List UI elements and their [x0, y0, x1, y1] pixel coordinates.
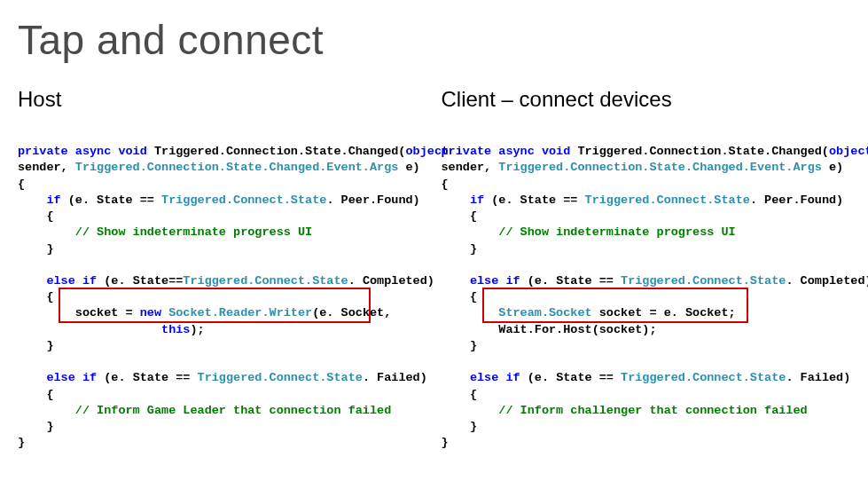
code-text: Triggered.Connection.State.Changed.Event… — [498, 161, 822, 174]
code-text: Socket.Reader.Writer — [168, 306, 312, 319]
code-text: (e. State == — [484, 193, 584, 207]
code-text: Triggered.Connect.State — [585, 193, 750, 207]
code-text: (e. State == — [520, 274, 621, 288]
host-heading: Host — [18, 87, 427, 112]
code-text: . Completed) — [348, 274, 434, 288]
code-text: (e. Socket, — [312, 306, 391, 319]
code-text: Triggered.Connection.State.Changed( — [570, 145, 829, 158]
code-text: (e. State == — [520, 371, 621, 384]
code-text: this — [161, 323, 190, 336]
code-text: new — [140, 306, 168, 319]
code-text: object — [829, 145, 868, 158]
code-text: Triggered.Connection.State.Changed( — [147, 145, 406, 158]
code-text: private async void — [18, 145, 147, 158]
code-text: Triggered.Connect.State — [621, 371, 786, 384]
code-comment: // Show indeterminate progress UI — [442, 225, 736, 239]
code-text: { — [442, 177, 449, 191]
client-heading: Client – connect devices — [442, 87, 851, 112]
code-text: { — [442, 388, 478, 401]
code-text: ); — [190, 323, 204, 336]
code-text: } — [442, 420, 478, 433]
code-text: { — [18, 388, 54, 401]
code-text: } — [18, 436, 25, 449]
code-text: Triggered.Connection.State.Changed.Event… — [75, 161, 399, 174]
code-text: . Failed) — [363, 371, 427, 384]
code-text: if — [442, 193, 485, 207]
code-text: { — [18, 290, 54, 304]
code-text: (e. State == — [97, 371, 197, 384]
code-text: Wait.For.Host(socket); — [442, 323, 657, 336]
code-text: if — [18, 193, 61, 207]
code-text: e) — [398, 161, 419, 174]
code-text: else if — [442, 274, 520, 288]
code-text: Triggered.Connect.State — [183, 274, 348, 288]
code-text: e) — [822, 161, 843, 174]
code-text: } — [442, 242, 478, 256]
code-text: . Peer.Found) — [326, 193, 419, 207]
code-text: sender, — [18, 161, 75, 174]
client-code-block: private async void Triggered.Connection.… — [442, 128, 851, 484]
code-text: Triggered.Connect.State — [198, 371, 363, 384]
code-text: Stream.Socket — [498, 306, 591, 319]
code-text: sender, — [442, 161, 499, 174]
code-text: { — [18, 177, 25, 191]
slide-title: Tap and connect — [18, 16, 850, 64]
code-text: Triggered.Connect.State — [621, 274, 786, 288]
code-text: (e. State== — [97, 274, 183, 288]
code-text: } — [18, 242, 54, 256]
code-text: else if — [442, 371, 520, 384]
code-text: . Peer.Found) — [750, 193, 843, 207]
code-text: else if — [18, 274, 97, 288]
code-text: Triggered.Connect.State — [161, 193, 326, 207]
code-text: socket = — [18, 306, 140, 319]
code-comment: // Inform Game Leader that connection fa… — [18, 404, 391, 417]
code-text — [18, 323, 161, 336]
code-text: . Completed) — [786, 274, 868, 288]
host-code-block: private async void Triggered.Connection.… — [18, 128, 427, 484]
code-text: socket = e. Socket; — [592, 306, 736, 319]
code-text: (e. State == — [61, 193, 161, 207]
content-columns: Host private async void Triggered.Connec… — [18, 87, 850, 484]
code-text: private async void — [442, 145, 571, 158]
code-comment: // Inform challenger that connection fai… — [442, 404, 808, 417]
client-column: Client – connect devices private async v… — [442, 87, 851, 484]
code-text: } — [442, 339, 478, 352]
code-comment: // Show indeterminate progress UI — [18, 225, 312, 239]
code-text: } — [18, 420, 54, 433]
code-text — [442, 306, 499, 319]
code-text: . Failed) — [786, 371, 850, 384]
code-text: } — [442, 436, 449, 449]
host-column: Host private async void Triggered.Connec… — [18, 87, 427, 484]
code-text: else if — [18, 371, 97, 384]
code-text: } — [18, 339, 54, 352]
code-text: { — [18, 209, 54, 223]
code-text: { — [442, 209, 478, 223]
code-text: { — [442, 290, 478, 304]
